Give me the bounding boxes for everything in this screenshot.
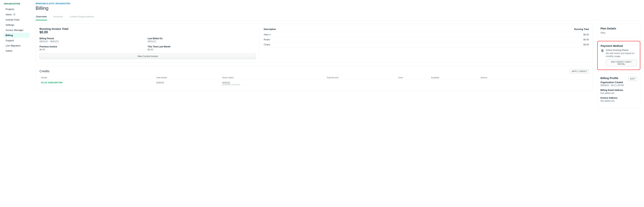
sidebar-heading: ORGANIZATION [4,2,30,5]
col-details: Details [40,75,155,80]
description-table: Description Running Total Atlas $0.00 Re… [264,27,589,47]
sidebar: ORGANIZATION Projects Alerts0 Activity F… [0,0,31,112]
running-invoice-card: Running Invoice Total $0.00 Billing Peri… [36,24,593,63]
billing-profile-card: Billing Profile EDIT Organization Create… [597,73,640,108]
payment-subtitle: Active Invoicing Period [606,49,637,51]
running-title: Running Invoice Total [40,27,256,30]
edit-profile-button[interactable]: EDIT [628,76,637,81]
payment-method-card: Payment Method Active Invoicing Period W… [597,41,640,70]
tabs: Overview Invoices Linked Organizations [36,14,640,20]
tab-invoices[interactable]: Invoices [53,14,64,20]
nav-item-admin[interactable]: Admin [4,48,30,53]
credits-table: Details Date Added Active Dates Total Am… [40,75,589,87]
previous-invoice-value: $0.00 [40,48,148,51]
col-active-dates: Active Dates [221,75,325,80]
previous-invoice-label: Previous Invoice [40,45,148,48]
billing-email-value: Not added yet. [600,92,637,94]
col-date-added: Date Added [155,75,221,80]
main: MONGODB ELASTIC ORGANIZATION Billing Ove… [31,0,644,112]
nav-item-projects[interactable]: Projects [4,7,30,12]
alerts-badge: 0 [13,13,16,16]
nav-item-access-manager[interactable]: Access Manager [4,27,30,33]
billing-profile-title: Billing Profile [600,76,618,80]
running-left: Running Invoice Total $0.00 Billing Peri… [40,27,259,59]
breadcrumb[interactable]: MONGODB ELASTIC ORGANIZATION [36,2,640,5]
credit-active-dates: 01/01/21 (EXPIRES 01/01/22) [221,80,325,87]
add-credit-card-button[interactable]: ADD CREDIT CARD / PAYPAL [606,60,637,66]
this-time-label: This Time Last Month [148,45,256,48]
page-title: Billing [36,5,640,11]
invoice-icon [600,49,604,53]
last-billed-label: Last Billed On [148,37,256,40]
view-current-invoice-button[interactable]: View Current Invoice [40,53,256,59]
col-used: Used [397,75,430,80]
nav-list: Projects Alerts0 Activity Feed Settings … [4,7,30,53]
invoice-address-label: Invoice Address [600,97,637,99]
org-created-value: 09/09/20 - 06:11:39 PM [600,84,637,87]
plan-details-value: Atlas [600,31,637,34]
nav-item-live-migration[interactable]: Live Migration [4,43,30,48]
main-column: Running Invoice Total $0.00 Billing Peri… [36,24,593,91]
invoice-address-value: Not added yet. [600,100,637,102]
billing-email-label: Billing Email Address [600,89,637,91]
nav-item-activity-feed[interactable]: Activity Feed [4,17,30,22]
tab-linked-organizations[interactable]: Linked Organizations [69,14,94,20]
apply-credit-button[interactable]: APPLY CREDIT [570,69,589,73]
running-right: Description Running Total Atlas $0.00 Re… [259,27,589,59]
col-actions: Actions [479,75,589,80]
chevron-down-icon [269,34,271,35]
nav-item-settings[interactable]: Settings [4,22,30,27]
nav-item-support[interactable]: Support [4,38,30,43]
credits-row: ATLAS SUBSCRIPTION 01/01/21 01/01/21 (EX… [40,80,589,87]
nav-item-billing[interactable]: Billing [4,33,30,38]
payment-method-title: Payment Method [600,44,637,47]
billing-period-label: Billing Period [40,37,148,40]
credit-date-added: 01/01/21 [155,80,221,87]
tab-overview[interactable]: Overview [36,14,47,20]
plan-details-title: Plan Details [600,27,637,30]
billing-period-value: 05/01/21 - 06/01/21 [40,40,148,43]
running-amount: $0.00 [40,30,256,34]
desc-row-charts: Charts $0.00 [264,42,589,47]
col-description: Description [264,27,411,32]
side-column: Plan Details Atlas Payment Method Active… [597,24,640,108]
payment-desc: We will invoice you based on monthly usa… [606,52,637,58]
last-billed-value: 05/01/21 [148,40,256,43]
nav-item-alerts[interactable]: Alerts0 [4,12,30,17]
desc-row-realm: Realm $0.00 [264,37,589,42]
col-running-total: Running Total [411,27,589,32]
col-available: Available [430,75,479,80]
credit-details-link[interactable]: ATLAS SUBSCRIPTION [41,82,62,84]
col-total-amount: Total Amount [325,75,396,80]
org-created-label: Organization Created [600,81,637,84]
this-time-value: $0.00 [148,48,256,51]
plan-details-card: Plan Details Atlas [597,24,640,38]
desc-row-atlas[interactable]: Atlas $0.00 [264,32,589,37]
credits-card: Credits APPLY CREDIT Details Date Added … [36,66,593,91]
credits-title: Credits [40,69,50,73]
